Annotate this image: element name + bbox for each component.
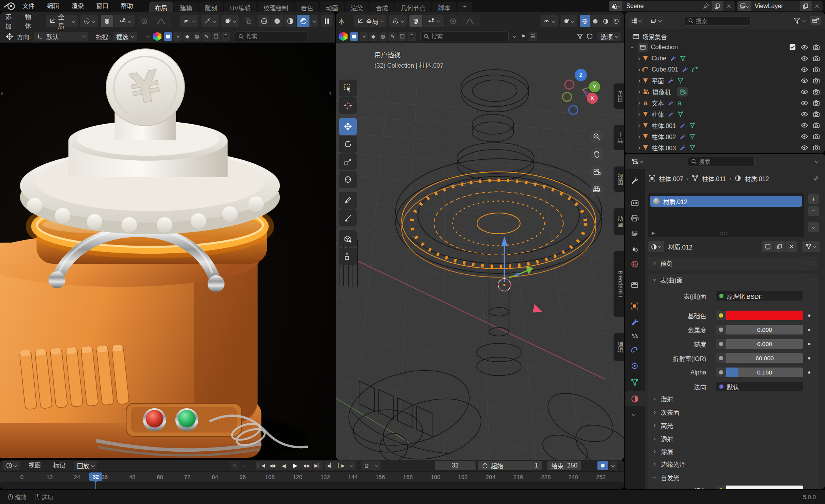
roughness-field[interactable]: 0.000 [716,339,803,349]
gizmo-z-axis[interactable]: Z [575,69,587,81]
sidebar-expand-arrow[interactable]: ‹ [329,89,331,97]
proportional-edit-toggle[interactable] [138,15,151,27]
ior-field[interactable]: 60.000 [716,353,803,363]
shading-material-button[interactable] [600,15,610,27]
section-subsurface[interactable]: ›次表面 [652,407,679,417]
section-sheen[interactable]: ›边缘光泽 [652,459,685,469]
tab-layout[interactable]: 布局 [149,2,173,12]
snap-options-dropdown[interactable] [372,461,381,470]
outliner-row-camera[interactable]: › 摄像机 [625,86,825,97]
chevron-down-icon[interactable] [632,412,636,416]
object-name[interactable]: Cube [652,55,666,62]
scene-name[interactable]: Scene [622,3,647,10]
camera-icon[interactable] [813,133,820,139]
blenderkit-icon[interactable] [153,32,161,41]
unlink-material-button[interactable]: ✕ [786,241,797,252]
grip-dots[interactable]: ∷∷ [807,260,815,266]
camera-icon[interactable] [813,89,820,95]
next-keyframe-button[interactable]: ◆▶ [301,461,312,470]
tool-transform[interactable] [339,171,357,188]
outliner-row-cylinder003[interactable]: › 柱体.003 [625,142,825,153]
frame-back-button[interactable]: ◀▏ [325,461,336,470]
scene-collection-row[interactable]: 场景集合 [625,31,825,42]
toolbar-expand-arrow[interactable]: › [1,89,3,97]
gizmo-y-axis[interactable]: Y [589,81,600,92]
filter-funnel-icon[interactable] [576,32,584,41]
frame-forward-button[interactable]: ▏▶ [336,461,347,470]
snap-playhead-toggle[interactable] [361,461,372,470]
zoom-view-button[interactable] [590,130,604,143]
eye-icon[interactable] [801,145,808,150]
sidebar-tab-tool[interactable]: 工具 [614,125,624,150]
animate-dot[interactable] [808,329,810,331]
tab-compositing[interactable]: 合成 [370,2,394,12]
link-mesh-dropdown[interactable] [802,241,820,252]
sidebar-tab-animation[interactable]: 动画 [614,208,624,235]
preview-panel[interactable]: ›预览 ∷∷ [648,257,818,270]
shading-solid-button[interactable] [590,15,600,27]
blenderkit-search[interactable] [420,32,509,41]
tab-particles[interactable] [625,329,645,344]
playback-menu[interactable]: 回放 [74,461,97,470]
timeline-menu-view[interactable]: 视图 [22,460,47,471]
outliner-row-cube001[interactable]: › Cube.001 [625,64,825,75]
tab-tool[interactable] [625,173,645,188]
tool-rotate[interactable] [339,136,357,153]
list-view-icon[interactable]: ☰ [529,32,537,41]
tab-object[interactable] [625,299,645,313]
camera-icon[interactable] [813,111,820,117]
shading-solid-button[interactable] [271,15,283,27]
breadcrumb-material[interactable]: 材质.012 [745,174,769,183]
rendered-viewport-canvas[interactable]: ¥ › ‹ [0,43,335,460]
proportional-falloff-dropdown[interactable] [460,15,480,27]
outliner-row-cylinder002[interactable]: › 柱体.002 [625,131,825,142]
blender-logo-icon[interactable] [3,2,16,10]
outliner-display-mode-dropdown[interactable] [628,16,645,25]
play-reverse-button[interactable]: ◀ [278,461,289,470]
asset-hdr-filter[interactable]: ◍ [379,32,387,41]
frame-end-field[interactable]: 结束 250 [547,461,581,470]
animate-dot[interactable] [808,343,810,345]
expand-arrow[interactable]: › [629,44,636,50]
menu-edit[interactable]: 编辑 [41,0,65,12]
xray-toggle[interactable] [242,15,255,27]
fake-user-button[interactable] [762,241,773,252]
menu-add[interactable]: 添加 [2,12,21,30]
tool-measure[interactable] [339,210,357,226]
step-options-dropdown[interactable] [347,461,356,470]
object-name[interactable]: 柱体.002 [652,132,676,141]
asset-nodegroup-filter[interactable]: ❏ [398,32,406,41]
search-input[interactable] [246,33,292,40]
shading-material-button[interactable] [284,15,296,27]
object-name[interactable]: 柱体.001 [652,121,676,130]
camera-icon[interactable] [813,67,820,72]
pivot-point-dropdown[interactable] [389,15,407,27]
options-dropdown[interactable]: 选项 [597,32,621,41]
gizmo-minus-z-axis[interactable] [568,105,578,115]
render-visibility-toggle[interactable] [813,44,820,50]
toggle-grid-button[interactable] [590,183,604,196]
playhead[interactable]: 32 [89,472,102,481]
shading-wireframe-button[interactable] [258,15,270,27]
asset-material-filter[interactable]: ◑ [173,32,182,41]
normal-field[interactable]: 默认 [716,382,803,391]
tab-view-layer[interactable] [625,226,645,241]
collection-name[interactable]: Collection [651,44,678,51]
direction-dropdown[interactable]: 默认 [34,32,88,41]
sidebar-tab-view[interactable]: 视图 [614,166,624,192]
tab-material[interactable] [625,391,645,406]
section-emission[interactable]: ›自发光 [652,472,679,482]
shading-wireframe-button[interactable] [580,15,590,27]
tab-shading[interactable]: 着色 [295,2,319,12]
tool-cursor[interactable] [339,97,357,114]
shield-icon[interactable] [585,32,594,41]
pin-icon[interactable] [813,175,819,181]
pause-render-button[interactable] [321,15,333,27]
outliner-row-cylinder[interactable]: › 柱体 [625,108,825,120]
eye-icon[interactable] [801,111,808,117]
tool-scale[interactable] [339,153,357,170]
viewlayer-copy-button[interactable] [800,1,812,11]
wireframe-viewport-canvas[interactable]: 用户透视 (32) Collection | 柱体.007 Z [336,43,624,460]
eye-icon[interactable] [801,123,808,128]
tab-scene[interactable] [625,241,645,256]
